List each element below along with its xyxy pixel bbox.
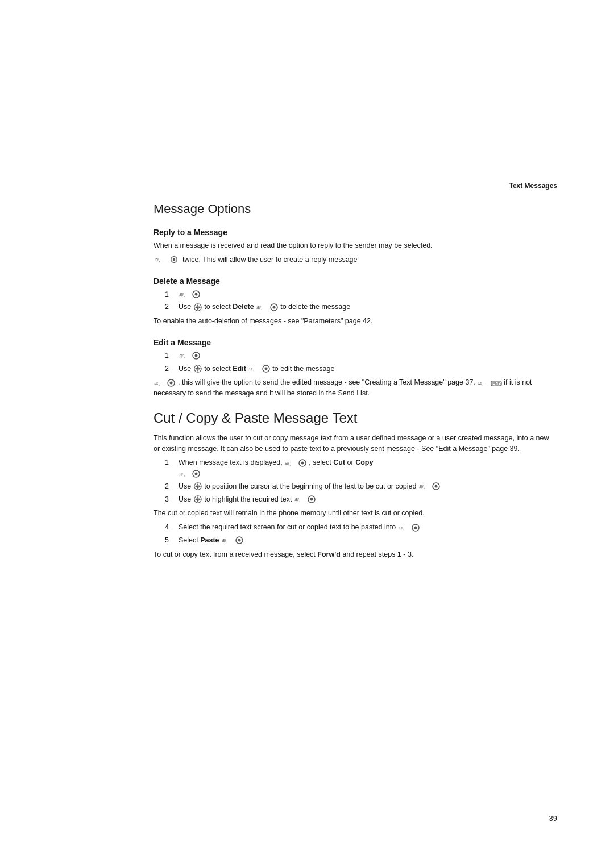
svg-point-63 bbox=[197, 498, 199, 500]
svg-text:,: , bbox=[299, 498, 300, 503]
svg-text:≋: ≋ bbox=[294, 496, 299, 503]
svg-point-27 bbox=[197, 368, 199, 370]
menu-icon-ef2: ≋ , bbox=[477, 379, 488, 387]
menu-icon-c4: ≋ , bbox=[398, 524, 409, 532]
menu-icon-c1: ≋ , bbox=[284, 459, 296, 467]
edit-step-2-content: Use to select Edit ≋ bbox=[179, 364, 334, 374]
edit-footer: ≋ , , this will give the option to send … bbox=[154, 377, 551, 399]
menu-icon-c5: ≋ , bbox=[221, 536, 233, 544]
section-label: Text Messages bbox=[509, 182, 558, 190]
svg-point-17 bbox=[272, 306, 275, 308]
svg-text:≋: ≋ bbox=[248, 366, 253, 372]
ok-icon-c1b bbox=[192, 469, 201, 478]
svg-text:,: , bbox=[159, 381, 160, 386]
svg-point-71 bbox=[414, 526, 417, 529]
edit-bold: Edit bbox=[233, 365, 246, 373]
cut-copy-paste-title: Cut / Copy & Paste Message Text bbox=[154, 410, 551, 426]
section-header: Text Messages bbox=[509, 182, 558, 190]
content-area: Message Options Reply to a Message When … bbox=[154, 202, 551, 563]
delete-bold: Delete bbox=[233, 303, 254, 311]
svg-marker-25 bbox=[194, 368, 197, 370]
svg-point-35 bbox=[170, 381, 173, 384]
svg-text:≋: ≋ bbox=[418, 483, 424, 490]
svg-text:≋: ≋ bbox=[221, 537, 226, 544]
cut-copy-footer: To cut or copy text from a received mess… bbox=[154, 549, 551, 560]
ok-icon-reply bbox=[168, 256, 180, 264]
edit-step-num-2: 2 bbox=[165, 364, 174, 374]
svg-text:≋: ≋ bbox=[154, 380, 159, 386]
ccp-num-4: 4 bbox=[165, 522, 174, 533]
cut-copy-middle: The cut or copied text will remain in th… bbox=[154, 508, 551, 519]
ok-icon-d1 bbox=[192, 290, 201, 299]
ccp-num-2: 2 bbox=[165, 481, 174, 492]
ccp-step-1-content: When message text is displayed, ≋ , , se… bbox=[179, 457, 373, 479]
nav-icon-e2 bbox=[193, 364, 202, 373]
menu-icon-e1: ≋ , bbox=[179, 352, 190, 360]
menu-icon-reply: ≋ , bbox=[154, 256, 165, 264]
ccp-step-5: 5 Select Paste ≋ , bbox=[165, 535, 551, 546]
edit-step-2: 2 Use to select Edit bbox=[165, 364, 551, 374]
ok-icon-e2 bbox=[262, 364, 271, 373]
svg-point-31 bbox=[264, 368, 267, 370]
svg-marker-10 bbox=[197, 308, 199, 311]
ok-icon-c2 bbox=[432, 482, 441, 491]
cut-copy-intro: This function allows the user to cut or … bbox=[154, 433, 551, 454]
edit-footer-text: , this will give the option to send the … bbox=[178, 378, 475, 386]
svg-point-47 bbox=[195, 472, 198, 475]
menu-icon-d2: ≋ , bbox=[256, 303, 267, 311]
svg-text:,: , bbox=[424, 485, 425, 490]
svg-point-13 bbox=[197, 306, 199, 308]
edit-step-num-1: 1 bbox=[165, 350, 174, 361]
ccp-num-5: 5 bbox=[165, 535, 174, 546]
svg-point-21 bbox=[195, 354, 198, 357]
ccp-step-3: 3 Use to highlight the required text bbox=[165, 494, 551, 505]
svg-marker-26 bbox=[198, 368, 201, 370]
ccp-step-2: 2 Use to position the cursor at the begi… bbox=[165, 481, 551, 492]
ok-icon-c3 bbox=[307, 495, 316, 504]
svg-marker-24 bbox=[197, 370, 199, 372]
delete-steps: 1 ≋ , 2 bbox=[165, 289, 551, 313]
page-container: Text Messages Message Options Reply to a… bbox=[0, 0, 614, 868]
page-number: 39 bbox=[549, 814, 557, 823]
svg-text:,: , bbox=[184, 293, 185, 298]
svg-text:≋: ≋ bbox=[179, 291, 184, 298]
svg-text:,: , bbox=[184, 472, 185, 477]
ccp-num-1: 1 bbox=[165, 457, 174, 479]
ok-icon-d2 bbox=[269, 303, 279, 312]
reply-subtitle: Reply to a Message bbox=[154, 228, 551, 237]
nav-icon-d2 bbox=[193, 303, 202, 312]
svg-marker-9 bbox=[197, 304, 199, 307]
reply-body2: ≋ , twice. This will allow the user to c… bbox=[154, 254, 551, 265]
edit-step-1: 1 ≋ , bbox=[165, 350, 551, 361]
delete-step-1: 1 ≋ , bbox=[165, 289, 551, 300]
delete-section: Delete a Message 1 ≋ , bbox=[154, 277, 551, 327]
delete-step-2: 2 Use to select Delete bbox=[165, 302, 551, 312]
ccp-step-3-content: Use to highlight the required text ≋ bbox=[179, 494, 316, 505]
svg-point-57 bbox=[435, 485, 438, 488]
svg-text:≋: ≋ bbox=[398, 525, 403, 531]
cut-bold: Cut bbox=[333, 458, 345, 466]
step-num-2: 2 bbox=[165, 302, 174, 312]
menu-icon-d1: ≋ , bbox=[179, 290, 190, 298]
svg-text:,: , bbox=[253, 367, 254, 372]
end-icon-ef: END bbox=[491, 379, 502, 387]
ccp-step-2-content: Use to position the cursor at the beginn… bbox=[179, 481, 441, 492]
svg-marker-61 bbox=[194, 498, 197, 500]
nav-icon-c2 bbox=[193, 482, 202, 491]
svg-marker-59 bbox=[197, 496, 199, 499]
svg-marker-12 bbox=[198, 306, 201, 308]
svg-point-75 bbox=[238, 539, 240, 542]
nav-icon-c3 bbox=[193, 495, 202, 504]
reply-body2-text: twice. This will allow the user to creat… bbox=[182, 256, 358, 264]
svg-marker-62 bbox=[198, 498, 201, 500]
menu-icon-c2: ≋ , bbox=[418, 482, 430, 490]
svg-marker-50 bbox=[197, 487, 199, 490]
svg-text:,: , bbox=[226, 539, 227, 544]
svg-point-7 bbox=[195, 293, 198, 296]
edit-subtitle: Edit a Message bbox=[154, 338, 551, 347]
reply-body1: When a message is received and read the … bbox=[154, 240, 551, 251]
menu-icon-e2: ≋ , bbox=[248, 365, 259, 373]
cut-copy-steps2: 4 Select the required text screen for cu… bbox=[165, 522, 551, 546]
ok-icon-c5 bbox=[235, 536, 244, 545]
edit-step-1-content: ≋ , bbox=[179, 350, 201, 361]
